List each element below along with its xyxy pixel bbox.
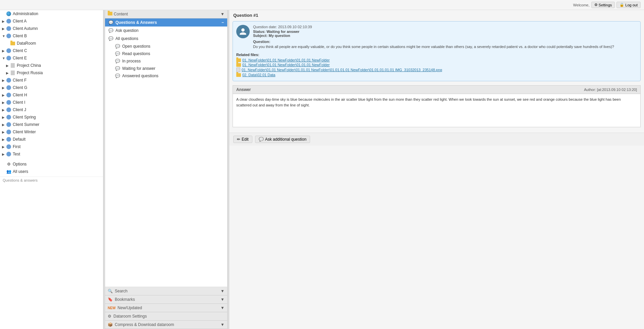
speech-icon: 💬 bbox=[108, 36, 113, 41]
related-file-0: 01. NewFolder\01.01 NewFolder\01.01.01 N… bbox=[236, 58, 637, 62]
sidebar-item-client-h[interactable]: ▶ Client H bbox=[0, 91, 103, 99]
toggle-icon: ▶ bbox=[2, 108, 6, 112]
user-icon bbox=[6, 122, 11, 127]
folder-icon bbox=[236, 58, 241, 62]
user-icon bbox=[6, 78, 11, 83]
answered-questions-item[interactable]: 💬 Answered questions bbox=[105, 72, 227, 80]
sidebar-item-dataroom[interactable]: DataRoom bbox=[0, 40, 103, 47]
question-label: Question: bbox=[253, 40, 637, 44]
chevron-down-icon: ▼ bbox=[220, 297, 225, 302]
answer-author: Author: [at:2013.09.10 02:13:20] bbox=[584, 88, 637, 92]
sidebar-item-client-autumn[interactable]: ▶ Client Autumn bbox=[0, 25, 103, 32]
read-questions-item[interactable]: 💬 Read questions bbox=[105, 50, 227, 57]
sidebar-item-client-winter[interactable]: ▶ Client Winter bbox=[0, 128, 103, 136]
sidebar-item-client-i[interactable]: ▶ Client I bbox=[0, 99, 103, 106]
sidebar-item-first[interactable]: ▶ First bbox=[0, 143, 103, 150]
search-section[interactable]: 🔍 Search ▼ bbox=[105, 287, 227, 295]
speech-icon: 💬 bbox=[115, 74, 120, 78]
qa-section-header[interactable]: 💬 Questions & Answers − bbox=[105, 18, 227, 27]
user-icon bbox=[6, 137, 11, 142]
waiting-for-answer-item[interactable]: 💬 Waiting for answer bbox=[105, 65, 227, 72]
settings-icon: ⚙ bbox=[6, 161, 11, 167]
user-icon bbox=[6, 85, 11, 90]
ask-question-item[interactable]: 💬 Ask question bbox=[105, 27, 227, 35]
chevron-down-icon: ▼ bbox=[220, 306, 225, 310]
toggle-icon: ▶ bbox=[6, 64, 10, 67]
speech-icon: 💬 bbox=[115, 51, 120, 56]
bookmarks-left: 🔖 Bookmarks bbox=[108, 297, 135, 302]
question-meta: Question date: 2013.09.10 02:10:39 Statu… bbox=[253, 25, 637, 49]
sidebar: Administration ▶ Client A ▶ Client Autum… bbox=[0, 10, 103, 329]
question-header: Question date: 2013.09.10 02:10:39 Statu… bbox=[236, 25, 637, 49]
sidebar-item-client-a[interactable]: ▶ Client A bbox=[0, 17, 103, 25]
sidebar-item-client-g[interactable]: ▶ Client G bbox=[0, 84, 103, 91]
pencil-icon: ✏ bbox=[237, 137, 240, 142]
sidebar-item-test[interactable]: ▶ Test bbox=[0, 150, 103, 158]
new-updated-section[interactable]: NEW New/Updated ▼ bbox=[105, 304, 227, 312]
related-files: Related files: 01. NewFolder\01.01 NewFo… bbox=[236, 53, 637, 77]
sidebar-item-options[interactable]: ⚙ Options bbox=[0, 160, 103, 168]
toggle-icon: ▶ bbox=[2, 123, 6, 127]
sidebar-item-client-j[interactable]: ▶ Client J bbox=[0, 106, 103, 113]
related-file-2: 01. NewFolder\01.01 NewFolder\01.01.01 N… bbox=[236, 67, 637, 72]
sidebar-bottom-label: Questions & answers bbox=[0, 177, 103, 183]
sidebar-item-client-e[interactable]: ▼ Client E bbox=[0, 54, 103, 62]
question-date: Question date: 2013.09.10 02:10:39 bbox=[253, 25, 637, 29]
answer-body: A clear cloudless day-time sky is blue b… bbox=[233, 94, 641, 127]
user-icon bbox=[6, 151, 11, 157]
toggle-icon: ▶ bbox=[2, 101, 6, 104]
sidebar-item-client-f[interactable]: ▶ Client F bbox=[0, 77, 103, 84]
question-avatar bbox=[236, 25, 250, 38]
sidebar-item-client-spring[interactable]: ▶ Client Spring bbox=[0, 113, 103, 121]
search-left: 🔍 Search bbox=[108, 289, 128, 293]
compress-section[interactable]: 📦 Compress & Download dataroom ▼ bbox=[105, 321, 227, 329]
main-layout: Administration ▶ Client A ▶ Client Autum… bbox=[0, 10, 644, 329]
sidebar-item-project-russia[interactable]: ▶ Project Russia bbox=[0, 69, 103, 77]
middle-bottom: 🔍 Search ▼ 🔖 Bookmarks ▼ NEW New/Updated bbox=[105, 287, 227, 329]
user-icon bbox=[6, 114, 11, 120]
right-panel: Question #1 Question date: 2013.09.10 02… bbox=[229, 10, 644, 329]
file-link-1[interactable]: 01. NewFolder\01.01 NewFolder\01.01.01 N… bbox=[242, 63, 330, 67]
dataroom-settings-left: ⚙ Dataroom Settings bbox=[108, 314, 147, 319]
toggle-icon: ▼ bbox=[2, 56, 6, 60]
user-icon bbox=[6, 107, 11, 112]
toggle-icon: ▶ bbox=[2, 115, 6, 119]
related-files-label: Related files: bbox=[236, 53, 637, 57]
toggle-icon: ▶ bbox=[2, 93, 6, 97]
compress-icon: 📦 bbox=[108, 322, 113, 327]
user-icon bbox=[6, 26, 11, 31]
file-link-2[interactable]: 01. NewFolder\01.01 NewFolder\01.01.01 N… bbox=[242, 68, 442, 72]
ask-additional-button[interactable]: 💬 Ask additional question bbox=[255, 136, 310, 143]
toggle-icon: ▶ bbox=[2, 79, 6, 82]
sidebar-item-client-b[interactable]: ▼ Client B bbox=[0, 32, 103, 40]
logout-button[interactable]: 🔒 Log out bbox=[616, 2, 641, 8]
open-questions-item[interactable]: 💬 Open questions bbox=[105, 43, 227, 50]
chevron-down-icon: ▼ bbox=[220, 322, 225, 327]
question-status: Status: Waiting for answer bbox=[253, 30, 637, 34]
folder-icon bbox=[10, 41, 15, 46]
question-box: Question date: 2013.09.10 02:10:39 Statu… bbox=[233, 21, 641, 81]
qa-header-left: 💬 Questions & Answers bbox=[108, 20, 157, 25]
edit-button[interactable]: ✏ Edit bbox=[233, 136, 252, 143]
dataroom-settings-section[interactable]: ⚙ Dataroom Settings bbox=[105, 312, 227, 321]
answer-section: Answer Author: [at:2013.09.10 02:13:20] … bbox=[233, 85, 641, 127]
in-process-item[interactable]: 💬 In process bbox=[105, 57, 227, 65]
bookmarks-section[interactable]: 🔖 Bookmarks ▼ bbox=[105, 295, 227, 304]
sidebar-item-default[interactable]: ▶ Default bbox=[0, 136, 103, 143]
toggle-icon: ▶ bbox=[2, 49, 6, 53]
sidebar-item-administration[interactable]: Administration bbox=[0, 10, 103, 17]
toggle-icon: ▶ bbox=[2, 27, 6, 31]
sidebar-item-client-summer[interactable]: ▶ Client Summer bbox=[0, 121, 103, 128]
user-icon bbox=[6, 48, 11, 53]
sidebar-item-all-users[interactable]: 👥 All users bbox=[0, 168, 103, 175]
settings-button[interactable]: ⚙ Settings bbox=[591, 2, 615, 8]
middle-panel: Content ▼ 💬 Questions & Answers − 💬 Ask … bbox=[105, 10, 228, 329]
sidebar-item-project-china[interactable]: ▶ Project China bbox=[0, 62, 103, 69]
settings-icon: ⚙ bbox=[108, 314, 111, 319]
speech-bubble-icon: 💬 bbox=[259, 137, 264, 142]
all-questions-item[interactable]: 💬 All questions bbox=[105, 35, 227, 43]
file-link-3[interactable]: 02. Data\02.01 Data bbox=[242, 73, 275, 77]
sidebar-item-client-c[interactable]: ▶ Client C bbox=[0, 47, 103, 54]
file-link-0[interactable]: 01. NewFolder\01.01 NewFolder\01.01.01 N… bbox=[242, 58, 330, 62]
related-file-3: 02. Data\02.01 Data bbox=[236, 73, 637, 77]
